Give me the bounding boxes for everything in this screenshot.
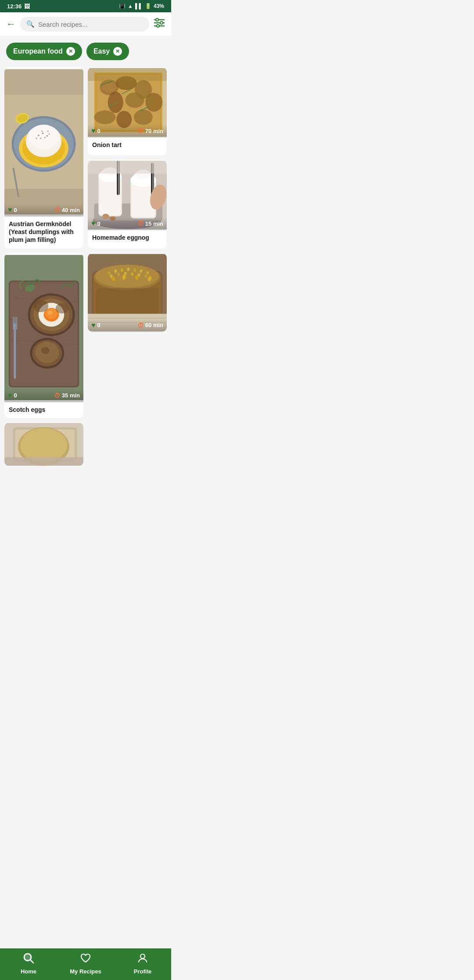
time-value-onion-tart: 70 min — [145, 128, 163, 134]
svg-point-88 — [33, 300, 48, 312]
svg-rect-79 — [14, 317, 15, 329]
likes-count-onion-tart: 0 — [97, 128, 101, 134]
svg-point-3 — [156, 18, 158, 21]
recipe-likes-onion-tart: ♥ 0 — [91, 127, 101, 135]
svg-rect-27 — [4, 69, 83, 95]
search-input-wrapper: 🔍 — [20, 17, 149, 32]
svg-point-5 — [157, 25, 159, 27]
recipe-title-scotch-eggs: Scotch eggs — [4, 402, 83, 418]
svg-rect-70 — [88, 161, 167, 173]
status-time: 12:36 — [7, 3, 22, 10]
svg-point-44 — [134, 110, 153, 125]
recipe-image-bread: ♥ 0 ⏱ 60 min — [88, 253, 167, 332]
battery-icon: 🔋 — [145, 3, 151, 9]
filter-button[interactable] — [154, 18, 165, 30]
recipe-card-bread[interactable]: ♥ 0 ⏱ 60 min — [88, 253, 167, 332]
heart-icon-onion-tart: ♥ — [91, 127, 96, 135]
svg-point-87 — [47, 310, 53, 315]
likes-count-eggnog: 0 — [97, 220, 101, 227]
heart-icon-germknodel: ♥ — [8, 206, 12, 214]
recipe-time-germknodel: ⏱ 40 min — [54, 206, 80, 213]
recipe-time-eggnog: ⏱ 15 min — [137, 220, 163, 227]
recipe-image-eggnog: ♥ 0 ⏱ 15 min — [88, 160, 167, 230]
recipe-meta-eggnog: ♥ 0 ⏱ 15 min — [88, 217, 167, 230]
svg-rect-77 — [14, 323, 16, 378]
svg-point-40 — [126, 93, 144, 108]
filter-tag-easy-close[interactable]: ✕ — [113, 47, 122, 56]
recipe-time-bread: ⏱ 60 min — [137, 322, 163, 329]
heart-icon-scotch-eggs: ♥ — [8, 392, 12, 400]
svg-point-42 — [94, 110, 116, 124]
recipe-title-germknodel: Austrian Germknödel (Yeast dumplings wit… — [4, 216, 83, 249]
recipe-meta-germknodel: ♥ 0 ⏱ 40 min — [4, 203, 83, 216]
svg-point-93 — [41, 347, 50, 354]
search-icon: 🔍 — [26, 20, 35, 28]
status-left: 12:36 🖼 — [7, 3, 30, 10]
search-input[interactable] — [38, 21, 143, 28]
recipe-meta-bread: ♥ 0 ⏱ 60 min — [88, 319, 167, 332]
filter-tag-easy-label: Easy — [93, 47, 110, 55]
status-photo-icon: 🖼 — [24, 3, 30, 10]
recipe-image-onion-tart: ♥ 0 ⏱ 70 min — [88, 67, 167, 137]
clock-icon-germknodel: ⏱ — [54, 206, 60, 213]
svg-point-41 — [145, 93, 162, 112]
heart-icon-eggnog: ♥ — [91, 220, 96, 227]
back-button[interactable]: ← — [6, 18, 16, 30]
wifi-icon: ▲ — [128, 3, 133, 9]
filter-tags: European food ✕ Easy ✕ — [0, 36, 171, 65]
search-bar: ← 🔍 — [0, 12, 171, 36]
recipe-time-onion-tart: ⏱ 70 min — [137, 127, 163, 134]
recipe-likes-bread: ♥ 0 — [91, 321, 101, 329]
svg-point-99 — [95, 264, 159, 288]
heart-icon-bread: ♥ — [91, 321, 96, 329]
recipe-card-eggnog[interactable]: ♥ 0 ⏱ 15 min Homemade eggnog — [88, 160, 167, 248]
recipe-card-unknown[interactable] — [4, 422, 83, 466]
recipe-time-scotch-eggs: ⏱ 35 min — [54, 392, 80, 399]
vibrate-icon: 📳 — [119, 3, 126, 9]
time-value-eggnog: 15 min — [145, 220, 163, 227]
clock-icon-bread: ⏱ — [137, 322, 144, 329]
clock-icon-onion-tart: ⏱ — [137, 127, 144, 134]
recipe-likes-germknodel: ♥ 0 — [8, 206, 17, 214]
time-value-scotch-eggs: 35 min — [62, 392, 80, 399]
battery-percent: 43% — [154, 3, 164, 9]
svg-rect-126 — [4, 457, 83, 465]
svg-point-39 — [108, 92, 123, 113]
likes-count-bread: 0 — [97, 322, 101, 328]
status-right: 📳 ▲ ▌▌ 🔋 43% — [119, 3, 164, 9]
recipe-likes-scotch-eggs: ♥ 0 — [8, 392, 17, 400]
recipe-likes-eggnog: ♥ 0 — [91, 220, 101, 227]
svg-point-4 — [160, 22, 163, 24]
filter-tag-european-food-label: European food — [13, 47, 63, 55]
signal-icon: ▌▌ — [135, 3, 143, 9]
filter-tag-european-food[interactable]: European food ✕ — [6, 43, 82, 60]
svg-point-23 — [29, 125, 58, 148]
svg-rect-117 — [96, 288, 158, 313]
filter-tag-easy[interactable]: Easy ✕ — [86, 43, 129, 60]
time-value-bread: 60 min — [145, 322, 163, 328]
recipe-card-germknodel[interactable]: ♥ 0 ⏱ 40 min Austrian Germknödel (Yeast … — [4, 67, 83, 249]
recipe-image-germknodel: ♥ 0 ⏱ 40 min — [4, 67, 83, 216]
time-value-germknodel: 40 min — [62, 207, 80, 213]
clock-icon-eggnog: ⏱ — [137, 220, 144, 227]
recipe-title-onion-tart: Onion tart — [88, 137, 167, 153]
svg-rect-49 — [88, 68, 167, 81]
recipe-meta-onion-tart: ♥ 0 ⏱ 70 min — [88, 124, 167, 137]
recipe-grid: ♥ 0 ⏱ 40 min Austrian Germknödel (Yeast … — [0, 65, 171, 501]
recipe-meta-scotch-eggs: ♥ 0 ⏱ 35 min — [4, 389, 83, 402]
svg-point-89 — [56, 303, 68, 313]
filter-tag-european-food-close[interactable]: ✕ — [66, 47, 75, 56]
clock-icon-scotch-eggs: ⏱ — [54, 392, 60, 399]
status-bar: 12:36 🖼 📳 ▲ ▌▌ 🔋 43% — [0, 0, 171, 12]
svg-rect-80 — [16, 317, 17, 329]
svg-rect-78 — [13, 317, 14, 329]
recipe-title-eggnog: Homemade eggnog — [88, 230, 167, 246]
recipe-image-scotch-eggs: ♥ 0 ⏱ 35 min — [4, 253, 83, 402]
recipe-card-scotch-eggs[interactable]: ♥ 0 ⏱ 35 min Scotch eggs — [4, 253, 83, 418]
likes-count-germknodel: 0 — [14, 207, 17, 213]
recipe-image-unknown — [4, 422, 83, 466]
likes-count-scotch-eggs: 0 — [14, 392, 17, 399]
recipe-card-onion-tart[interactable]: ♥ 0 ⏱ 70 min Onion tart — [88, 67, 167, 155]
